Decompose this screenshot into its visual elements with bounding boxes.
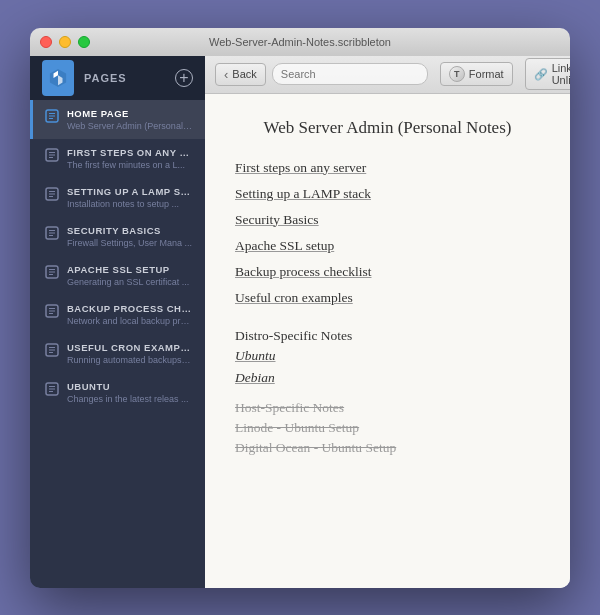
title-bar: Web-Server-Admin-Notes.scribbleton xyxy=(30,28,570,56)
sidebar-item-text-cron-examples: USEFUL CRON EXAMPLESRunning automated ba… xyxy=(67,342,193,365)
sidebar-item-subtitle-security-basics: Firewall Settings, User Mana ... xyxy=(67,238,193,248)
sidebar-item-icon-security-basics xyxy=(45,226,59,243)
sidebar-item-cron-examples[interactable]: USEFUL CRON EXAMPLESRunning automated ba… xyxy=(30,334,205,373)
sidebar-item-title-backup-checklist: BACKUP PROCESS CHECKLIST xyxy=(67,303,193,314)
sidebar-item-security-basics[interactable]: SECURITY BASICSFirewall Settings, User M… xyxy=(30,217,205,256)
sidebar-item-lamp-stack[interactable]: SETTING UP A LAMP STACKInstallation note… xyxy=(30,178,205,217)
add-page-button[interactable]: + xyxy=(175,69,193,87)
maximize-button[interactable] xyxy=(78,36,90,48)
sidebar-item-title-ubuntu: UBUNTU xyxy=(67,381,193,392)
sidebar-item-icon-first-steps xyxy=(45,148,59,165)
doc-link-2[interactable]: Security Basics xyxy=(235,212,540,228)
distro-section-label: Distro-Specific Notes xyxy=(235,328,540,344)
pages-label: PAGES xyxy=(84,72,165,84)
sidebar-items-list: HOME PAGEWeb Server Admin (Personal N...… xyxy=(30,100,205,588)
sidebar-item-subtitle-lamp-stack: Installation notes to setup ... xyxy=(67,199,193,209)
sidebar-header: PAGES + xyxy=(30,56,205,100)
app-window: Web-Server-Admin-Notes.scribbleton PAGES… xyxy=(30,28,570,588)
doc-link-0[interactable]: First steps on any server xyxy=(235,160,540,176)
document-links: First steps on any serverSetting up a LA… xyxy=(235,160,540,306)
link-label: Link / Unlink xyxy=(552,62,570,86)
sidebar-item-text-security-basics: SECURITY BASICSFirewall Settings, User M… xyxy=(67,225,193,248)
window-body: PAGES + HOME PAGEWeb Server Admin (Perso… xyxy=(30,56,570,588)
sidebar-item-text-backup-checklist: BACKUP PROCESS CHECKLISTNetwork and loca… xyxy=(67,303,193,326)
sidebar-item-text-home-page: HOME PAGEWeb Server Admin (Personal N... xyxy=(67,108,193,131)
toolbar: ‹ Back T Format 🔗 Link / Unlink xyxy=(205,56,570,94)
window-title: Web-Server-Admin-Notes.scribbleton xyxy=(209,36,391,48)
app-logo xyxy=(42,60,74,96)
sidebar-item-first-steps[interactable]: FIRST STEPS ON ANY SERVERThe first few m… xyxy=(30,139,205,178)
doc-italic-link-0[interactable]: Ubuntu xyxy=(235,348,540,364)
sidebar-item-subtitle-backup-checklist: Network and local backup pro ... xyxy=(67,316,193,326)
sidebar-item-ubuntu[interactable]: UBUNTUChanges in the latest releas ... xyxy=(30,373,205,412)
link-unlink-button[interactable]: 🔗 Link / Unlink xyxy=(525,58,570,90)
back-label: Back xyxy=(232,68,256,80)
sidebar: PAGES + HOME PAGEWeb Server Admin (Perso… xyxy=(30,56,205,588)
sidebar-item-title-cron-examples: USEFUL CRON EXAMPLES xyxy=(67,342,193,353)
strikethrough-items: Host-Specific NotesLinode - Ubuntu Setup… xyxy=(235,400,540,456)
sidebar-item-title-apache-ssl: APACHE SSL SETUP xyxy=(67,264,193,275)
sidebar-item-home-page[interactable]: HOME PAGEWeb Server Admin (Personal N... xyxy=(30,100,205,139)
document-area: Web Server Admin (Personal Notes) First … xyxy=(205,94,570,588)
italic-links: UbuntuDebian xyxy=(235,348,540,386)
close-button[interactable] xyxy=(40,36,52,48)
doc-strikethrough-2: Digital Ocean - Ubuntu Setup xyxy=(235,440,540,456)
sidebar-item-text-first-steps: FIRST STEPS ON ANY SERVERThe first few m… xyxy=(67,147,193,170)
sidebar-item-icon-lamp-stack xyxy=(45,187,59,204)
sidebar-item-title-security-basics: SECURITY BASICS xyxy=(67,225,193,236)
sidebar-item-apache-ssl[interactable]: APACHE SSL SETUPGenerating an SSL certif… xyxy=(30,256,205,295)
sidebar-item-icon-home-page xyxy=(45,109,59,126)
format-button[interactable]: T Format xyxy=(440,62,513,86)
sidebar-item-subtitle-ubuntu: Changes in the latest releas ... xyxy=(67,394,193,404)
sidebar-item-subtitle-home-page: Web Server Admin (Personal N... xyxy=(67,121,193,131)
sidebar-item-title-lamp-stack: SETTING UP A LAMP STACK xyxy=(67,186,193,197)
search-input[interactable] xyxy=(272,63,428,85)
sidebar-item-icon-backup-checklist xyxy=(45,304,59,321)
document-title: Web Server Admin (Personal Notes) xyxy=(235,118,540,138)
sidebar-item-text-lamp-stack: SETTING UP A LAMP STACKInstallation note… xyxy=(67,186,193,209)
sidebar-item-backup-checklist[interactable]: BACKUP PROCESS CHECKLISTNetwork and loca… xyxy=(30,295,205,334)
window-controls xyxy=(40,36,90,48)
sidebar-item-icon-apache-ssl xyxy=(45,265,59,282)
doc-strikethrough-0: Host-Specific Notes xyxy=(235,400,540,416)
doc-link-4[interactable]: Backup process checklist xyxy=(235,264,540,280)
sidebar-item-icon-cron-examples xyxy=(45,343,59,360)
sidebar-item-text-ubuntu: UBUNTUChanges in the latest releas ... xyxy=(67,381,193,404)
doc-italic-link-1[interactable]: Debian xyxy=(235,370,540,386)
doc-strikethrough-1: Linode - Ubuntu Setup xyxy=(235,420,540,436)
sidebar-item-subtitle-apache-ssl: Generating an SSL certificat ... xyxy=(67,277,193,287)
minimize-button[interactable] xyxy=(59,36,71,48)
sidebar-item-subtitle-first-steps: The first few minutes on a L... xyxy=(67,160,193,170)
sidebar-item-subtitle-cron-examples: Running automated backups ev ... xyxy=(67,355,193,365)
back-button[interactable]: ‹ Back xyxy=(215,63,266,86)
main-content: ‹ Back T Format 🔗 Link / Unlink Web Serv… xyxy=(205,56,570,588)
link-icon: 🔗 xyxy=(534,68,548,81)
back-arrow-icon: ‹ xyxy=(224,67,228,82)
logo-icon xyxy=(49,69,67,87)
sidebar-item-icon-ubuntu xyxy=(45,382,59,399)
doc-link-1[interactable]: Setting up a LAMP stack xyxy=(235,186,540,202)
doc-link-5[interactable]: Useful cron examples xyxy=(235,290,540,306)
format-label: Format xyxy=(469,68,504,80)
sidebar-item-title-first-steps: FIRST STEPS ON ANY SERVER xyxy=(67,147,193,158)
sidebar-item-text-apache-ssl: APACHE SSL SETUPGenerating an SSL certif… xyxy=(67,264,193,287)
sidebar-item-title-home-page: HOME PAGE xyxy=(67,108,193,119)
doc-link-3[interactable]: Apache SSL setup xyxy=(235,238,540,254)
format-icon: T xyxy=(449,66,465,82)
